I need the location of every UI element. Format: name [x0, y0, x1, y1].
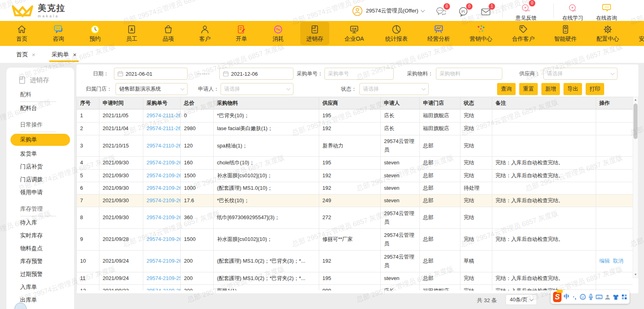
- nav-item-预约[interactable]: 预约: [80, 22, 109, 45]
- nav-item-首页[interactable]: 首页: [7, 22, 36, 45]
- nav-item-安全管理[interactable]: 安全管理: [633, 22, 644, 45]
- mail-icon[interactable]: 1: [481, 6, 491, 17]
- nav-item-开单[interactable]: 开单: [227, 22, 256, 45]
- cell-总价: 160: [181, 157, 214, 170]
- status-select[interactable]: 请选择: [359, 83, 429, 95]
- nav-item-企业OA[interactable]: OA企业OA: [337, 22, 372, 45]
- print-button[interactable]: 打印: [586, 83, 604, 95]
- sidebar-item-库存预警[interactable]: 库存预警: [20, 255, 74, 268]
- order-number-link[interactable]: 29574-2109-26: [147, 185, 181, 191]
- row-action-取消[interactable]: 取消: [613, 258, 623, 264]
- row-action-编辑[interactable]: 编辑: [599, 258, 610, 264]
- export-button[interactable]: 导出: [564, 83, 582, 95]
- sidebar-item-实时库存[interactable]: 实时库存: [20, 229, 74, 242]
- order-number-link[interactable]: 29574-2109-25: [147, 288, 181, 290]
- appointment-chat-icon[interactable]: 约 0: [458, 6, 469, 17]
- punctuation-icon[interactable]: ·,: [572, 294, 578, 300]
- sidebar-item-采购单[interactable]: 采购单: [10, 134, 70, 146]
- scroll-up-arrow[interactable]: ▲: [633, 97, 638, 103]
- user-menu[interactable]: 29574云管理员(Offer): [352, 6, 424, 16]
- nav-item-客户[interactable]: 客户: [190, 22, 219, 45]
- tab-采购单[interactable]: 采购单×: [52, 46, 76, 63]
- sidebar-item-门店补货[interactable]: 门店补货: [20, 160, 74, 173]
- keyboard-icon[interactable]: [596, 294, 603, 300]
- sogou-logo-icon[interactable]: S: [553, 292, 561, 302]
- nav-item-员工[interactable]: A员工: [117, 22, 146, 45]
- online-learning-button[interactable]: 在线学习: [559, 3, 587, 22]
- page-size-select[interactable]: 40条/页: [506, 294, 537, 305]
- scroll-thumb[interactable]: [634, 104, 638, 139]
- chinese-mode-icon[interactable]: 中: [564, 293, 570, 301]
- cell-序号: 6: [77, 182, 99, 195]
- material-input[interactable]: 采购物料: [436, 68, 502, 80]
- nav-home-icon: [17, 24, 27, 35]
- order-number-link[interactable]: 29574-2109-26: [147, 197, 181, 203]
- skin-icon[interactable]: [613, 294, 619, 300]
- reset-button[interactable]: 重置: [519, 83, 538, 95]
- date-from-input[interactable]: 2021-06-01: [114, 68, 188, 80]
- sidebar-item-入库明细[interactable]: 入库明细: [20, 307, 74, 309]
- cell-采购物料: (配套護理) MS1.0(10)；: [214, 182, 319, 195]
- cell-总价: 1500: [181, 229, 214, 251]
- grid-menu-icon[interactable]: [621, 294, 627, 300]
- scroll-down-arrow[interactable]: ▼: [633, 272, 638, 278]
- table-scrollbar[interactable]: ▲ ▼: [633, 97, 638, 278]
- date-to-input[interactable]: 2021-12-06: [219, 68, 293, 80]
- nav-item-统计报表[interactable]: 统计报表: [379, 22, 414, 45]
- supplier-select[interactable]: 请选择: [543, 68, 617, 80]
- cell-申请门店: 总部: [420, 157, 460, 170]
- nav-item-智能硬件[interactable]: 智能硬件: [548, 22, 583, 45]
- tab-close-icon[interactable]: ×: [32, 51, 35, 58]
- nav-item-经营分析[interactable]: 经营分析: [421, 22, 456, 45]
- sidebar-item-过期预警[interactable]: 过期预警: [20, 268, 74, 281]
- sidebar-item-物料盘点[interactable]: 物料盘点: [20, 242, 74, 255]
- emoji-icon[interactable]: [580, 294, 586, 300]
- cell-总价: 17.6: [181, 195, 214, 207]
- nav-item-配置中心[interactable]: 配置中心: [590, 22, 625, 45]
- tab-close-icon[interactable]: ×: [73, 51, 76, 58]
- wechat-notify-icon[interactable]: 0: [436, 6, 446, 17]
- feedback-button[interactable]: 0 意见反馈: [512, 3, 540, 22]
- sidebar-item-待入库[interactable]: 待入库: [20, 216, 74, 229]
- nav-item-label: 配置中心: [597, 35, 619, 43]
- order-no-input[interactable]: 采购单号: [324, 68, 394, 80]
- order-number-link[interactable]: 29574-2109-26: [147, 236, 181, 242]
- sidebar-item-门店调拨[interactable]: 门店调拨: [20, 173, 74, 186]
- add-button[interactable]: 新增: [541, 83, 560, 95]
- nav-item-品项[interactable]: 品项: [154, 22, 183, 45]
- sidebar-item-配料台[interactable]: 配料台: [20, 102, 74, 115]
- order-number-link[interactable]: 29574-2109-26: [147, 172, 181, 178]
- material-placeholder: 采购物料: [440, 70, 460, 77]
- nav-item-label: 统计报表: [385, 35, 408, 43]
- order-number-link[interactable]: 29574-2109-25: [147, 275, 181, 281]
- query-button[interactable]: 查询: [497, 83, 516, 95]
- order-number-link[interactable]: 29574-2109-26: [147, 160, 181, 166]
- cell-采购单号: 29574-2110-26: [143, 135, 181, 157]
- nav-item-咨询[interactable]: 咨询: [44, 22, 73, 45]
- nav-item-营销中心[interactable]: 营销中心: [464, 22, 498, 45]
- order-number-link[interactable]: 29574-2110-26: [147, 143, 181, 149]
- store-select[interactable]: 销售部新演示系统: [116, 83, 188, 95]
- order-number-link[interactable]: 29574-2111-26: [147, 125, 181, 131]
- sidebar-item-领用申请[interactable]: 领用申请: [20, 186, 74, 199]
- cell-供应商: 192: [319, 170, 381, 182]
- order-number-link[interactable]: 29574-2109-26: [147, 214, 181, 220]
- sidebar-item-入库单[interactable]: 入库单: [20, 281, 74, 294]
- date-to-value: 2021-12-06: [231, 71, 258, 77]
- nav-item-合作客户[interactable]: 合作客户: [506, 22, 541, 45]
- sidebar-title: 进销存: [18, 76, 74, 85]
- tab-首页[interactable]: 首页×: [16, 46, 35, 63]
- cell-操作: [596, 135, 633, 157]
- sidebar-item-出库单[interactable]: 出库单: [20, 294, 74, 307]
- nav-item-消耗[interactable]: 消耗: [264, 22, 293, 45]
- microphone-icon[interactable]: [588, 294, 594, 300]
- order-number-link[interactable]: 29574-2109-26: [147, 258, 181, 264]
- online-consult-button[interactable]: 在线咨询: [592, 3, 621, 22]
- order-number-link[interactable]: 29574-2111-26: [147, 112, 181, 118]
- sidebar-item-发货单[interactable]: 发货单: [20, 147, 74, 160]
- nav-item-进销存[interactable]: 进销存: [300, 22, 329, 45]
- table-row: 42021/09/3029574-2109-26160chole纸巾(10)；1…: [77, 157, 633, 170]
- applicant-select[interactable]: 请选择: [221, 83, 293, 95]
- nav-easel-blue-icon: [433, 24, 444, 35]
- person-icon[interactable]: [605, 294, 611, 300]
